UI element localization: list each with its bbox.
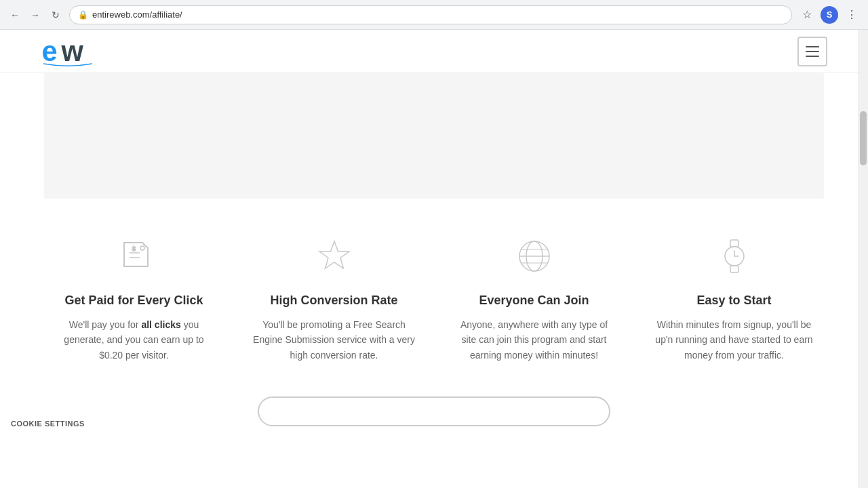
svg-text:w: w <box>60 35 83 67</box>
bottom-button-container <box>0 390 868 433</box>
browser-chrome: ← → ↻ 🔒 entireweb.com/affiliate/ ☆ S ⋮ <box>0 0 868 30</box>
hero-banner <box>44 73 824 199</box>
logo-container[interactable]: e w <box>41 35 95 68</box>
scrollbar[interactable] <box>859 30 868 488</box>
hamburger-line-3 <box>806 56 819 57</box>
svg-text:$: $ <box>132 245 136 252</box>
feature-title-easy-start: Easy to Start <box>696 293 771 308</box>
feature-card-everyone-join: Everyone Can Join Anyone, anywhere with … <box>453 232 616 363</box>
feature-desc-high-conversion: You'll be promoting a Free Search Engine… <box>253 317 416 363</box>
browser-actions: ☆ S ⋮ <box>797 5 861 24</box>
svg-rect-12 <box>730 240 738 247</box>
more-options-button[interactable]: ⋮ <box>842 5 861 24</box>
feature-title-get-paid: Get Paid for Every Click <box>64 293 203 308</box>
feature-desc-everyone-join: Anyone, anywhere with any type of site c… <box>453 317 616 363</box>
feature-desc-get-paid: We'll pay you for all clicks you generat… <box>53 317 216 363</box>
feature-title-high-conversion: High Conversion Rate <box>270 293 397 308</box>
site-nav: e w <box>0 30 868 73</box>
nav-buttons: ← → ↻ <box>7 7 64 23</box>
cookie-settings-bar[interactable]: COOKIE SETTINGS <box>0 414 96 433</box>
address-bar[interactable]: 🔒 entireweb.com/affiliate/ <box>69 5 792 24</box>
money-icon: $ <box>111 232 158 280</box>
svg-text:e: e <box>42 35 57 67</box>
logo-svg: e w <box>41 35 95 68</box>
scrollbar-thumb[interactable] <box>860 111 867 165</box>
reload-button[interactable]: ↻ <box>47 7 64 23</box>
features-section: $ Get Paid for Every Click We'll pay you… <box>0 199 868 390</box>
star-icon <box>311 232 358 280</box>
cookie-settings-label[interactable]: COOKIE SETTINGS <box>11 420 85 428</box>
lock-icon: 🔒 <box>78 10 88 20</box>
svg-rect-13 <box>730 266 738 272</box>
feature-desc-easy-start: Within minutes from signup, you'll be up… <box>653 317 816 363</box>
globe-icon <box>511 232 558 280</box>
watch-icon <box>711 232 758 280</box>
bottom-cta-button[interactable] <box>258 396 610 426</box>
feature-title-everyone-join: Everyone Can Join <box>479 293 589 308</box>
page-content: e w $ <box>0 30 868 433</box>
forward-button[interactable]: → <box>27 7 43 23</box>
url-text: entireweb.com/affiliate/ <box>92 9 182 20</box>
profile-avatar[interactable]: S <box>821 6 838 24</box>
svg-point-2 <box>140 246 144 250</box>
hamburger-menu-button[interactable] <box>797 37 827 66</box>
feature-card-high-conversion: High Conversion Rate You'll be promoting… <box>253 232 416 363</box>
svg-marker-6 <box>319 241 349 268</box>
hamburger-line-2 <box>806 51 819 52</box>
feature-card-easy-start: Easy to Start Within minutes from signup… <box>653 232 816 363</box>
back-button[interactable]: ← <box>7 7 23 23</box>
feature-card-get-paid: $ Get Paid for Every Click We'll pay you… <box>53 232 216 363</box>
bookmark-button[interactable]: ☆ <box>797 5 816 24</box>
hamburger-line-1 <box>806 46 819 47</box>
